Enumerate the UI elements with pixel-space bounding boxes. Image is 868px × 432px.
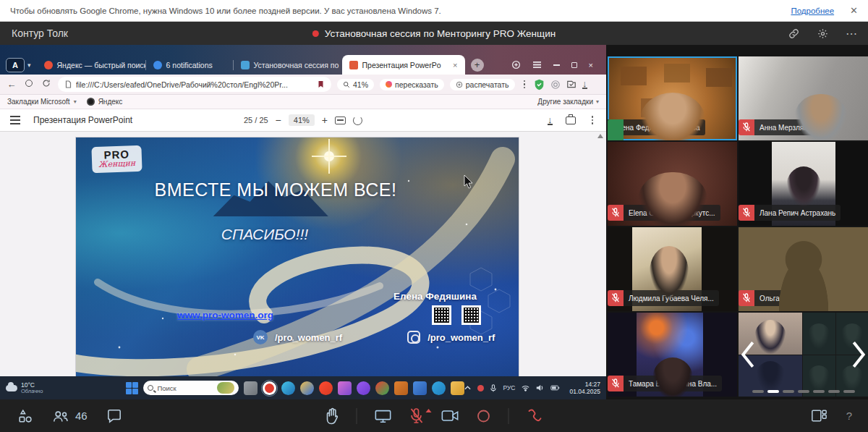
preview-participant-video (803, 313, 835, 355)
notification-details-link[interactable]: Подробнее (791, 7, 834, 15)
music-drop-app-icon[interactable] (357, 381, 370, 395)
volume-icon[interactable] (536, 384, 544, 391)
language-indicator[interactable]: РУС (503, 384, 515, 391)
participant-tile[interactable]: Людмила Губаева Челя... (608, 227, 737, 311)
mic-options-caret-icon[interactable] (426, 409, 432, 412)
microphone-muted-button[interactable] (409, 407, 424, 425)
zoom-out-button[interactable]: − (276, 114, 281, 126)
tab-meeting-session[interactable]: Установочная сессия по (234, 56, 342, 74)
pdf-viewport[interactable]: PRO Женщин ВМЕСТЕ МЫ МОЖЕМ ВСЕ! СПАСИБО!… (0, 132, 606, 376)
close-window-icon[interactable]: × (589, 61, 593, 69)
more-menu-icon[interactable]: ⋯ (845, 27, 858, 40)
participant-name: Анна Мерзлякова (754, 119, 824, 135)
photos-app-icon[interactable] (338, 381, 352, 395)
tab-close-icon[interactable]: × (453, 61, 457, 69)
tab-list-chevron-icon[interactable]: ▾ (27, 62, 31, 69)
chat-button[interactable] (106, 409, 122, 423)
folder-explorer-icon[interactable] (451, 381, 464, 395)
start-button[interactable] (126, 382, 138, 394)
protect-shield-icon[interactable] (534, 79, 545, 90)
website-link[interactable]: www.pro-women.org (177, 310, 273, 321)
collections-icon[interactable] (566, 80, 576, 89)
skype-app-icon[interactable] (432, 381, 446, 395)
participant-tile[interactable]: Тамара Володькина Вла... (608, 313, 737, 397)
pdf-more-icon[interactable] (589, 116, 597, 124)
participant-tile[interactable]: Лана Репич Астрахань (739, 142, 868, 226)
browser-menu-icon[interactable] (532, 61, 542, 69)
help-button[interactable]: ? (846, 410, 852, 422)
battery-icon[interactable] (550, 385, 560, 391)
tray-app-icon[interactable] (477, 385, 484, 391)
next-page-preview-tile[interactable] (739, 313, 868, 397)
page-zoom-control[interactable]: 41% (337, 79, 374, 90)
reload-icon[interactable] (41, 79, 52, 90)
participant-tile[interactable]: Елена Федяшина, Москва (608, 56, 737, 140)
back-icon[interactable]: ← (6, 79, 17, 90)
zoom-in-button[interactable]: + (322, 114, 328, 126)
toolbar-more-icon[interactable] (521, 80, 529, 89)
pdf-zoom-level[interactable]: 41% (289, 114, 315, 126)
rotate-page-icon[interactable] (353, 116, 362, 125)
swirl-app-icon[interactable] (300, 381, 314, 395)
settings-gear-icon[interactable] (816, 27, 829, 40)
presentation-slide: PRO Женщин ВМЕСТЕ МЫ МОЖЕМ ВСЕ! СПАСИБО!… (76, 137, 519, 376)
participant-tile[interactable]: Elena Gorshkova Иркутс... (608, 142, 737, 226)
hidden-icons-caret[interactable] (464, 386, 471, 390)
participant-status-icon (739, 119, 754, 135)
downloads-icon[interactable]: ↓ (582, 80, 587, 89)
wifi-icon[interactable] (522, 385, 529, 391)
weather-widget[interactable]: 10°C Облачно (6, 382, 59, 394)
raise-hand-button[interactable] (325, 407, 339, 425)
retell-ai-button[interactable]: пересказать (380, 79, 444, 90)
toolbox-shapes-icon[interactable] (17, 408, 33, 424)
ad-block-icon[interactable] (550, 80, 561, 90)
address-bar[interactable]: file:///C:/Users/eafed/OneDrive/Рабочий%… (58, 77, 331, 92)
gem-app-icon[interactable] (413, 381, 427, 395)
bookmark-folder-microsoft[interactable]: Закладки Microsoft ▾ (7, 98, 77, 106)
participant-tile[interactable]: Ольга Шудрова (739, 227, 868, 311)
pdf-sidebar-toggle-icon[interactable] (10, 116, 20, 124)
store-app-icon[interactable] (394, 381, 408, 395)
tab-notifications[interactable]: 6 notifications (146, 56, 233, 74)
other-bookmarks-button[interactable]: Другие закладки ▾ (537, 98, 599, 106)
bookmark-yandex[interactable]: Яндекс (87, 98, 123, 106)
pdf-download-icon[interactable]: ↓ (548, 116, 553, 125)
browser-logo-icon[interactable]: A (6, 58, 25, 72)
fit-width-icon[interactable] (335, 117, 346, 124)
participants-button[interactable] (52, 409, 69, 423)
participant-name: Лана Репич Астрахань (754, 205, 841, 221)
tab-yandex-search[interactable]: Яндекс — быстрый поиск (37, 56, 145, 74)
camera-button[interactable] (441, 409, 459, 423)
record-button[interactable] (477, 409, 491, 423)
print-page-button[interactable]: распечатать (450, 79, 515, 90)
edge-browser-icon[interactable] (281, 381, 295, 395)
scrollbar-up-icon[interactable] (597, 134, 603, 138)
end-call-button[interactable] (527, 408, 544, 424)
taskbar-search[interactable]: Поиск (143, 381, 239, 395)
page-dots[interactable] (744, 390, 862, 393)
profile-icon[interactable] (23, 79, 35, 90)
next-page-chevron-icon[interactable] (851, 340, 867, 369)
copy-link-icon[interactable] (787, 27, 800, 40)
chrome-browser-icon[interactable] (375, 381, 389, 395)
new-tab-button[interactable]: + (471, 59, 484, 72)
screen-share-button[interactable] (375, 408, 392, 424)
participant-tile[interactable]: Анна Мерзлякова (739, 56, 868, 140)
shared-screen-area: A ▾ Яндекс — быстрый поиск 6 notificatio… (0, 45, 606, 399)
tab-presentation-active[interactable]: Презентация PowerPo × (342, 55, 465, 75)
tray-mic-icon[interactable] (490, 384, 496, 392)
kontur-talk-window: Чтобы обновлять Google Chrome, нужна Win… (0, 0, 868, 432)
layout-view-button[interactable] (811, 409, 827, 423)
sidebar-toggle-icon[interactable] (511, 60, 521, 69)
notification-close-icon[interactable]: ✕ (850, 5, 858, 16)
restore-window-icon[interactable] (571, 62, 577, 68)
yandex-browser-icon[interactable] (263, 381, 276, 395)
window-app-icon[interactable] (244, 381, 258, 395)
pdf-print-icon[interactable] (566, 117, 576, 124)
previous-page-chevron-icon[interactable] (740, 340, 756, 369)
yandex-search-app-icon[interactable] (319, 381, 333, 395)
minimize-window-icon[interactable] (553, 64, 560, 66)
clock[interactable]: 14:27 01.04.2025 (569, 381, 600, 395)
bookmark-flag-icon[interactable] (318, 80, 324, 88)
meeting-title-group: Установочная сессия по Менторингу PRO Же… (312, 28, 556, 39)
